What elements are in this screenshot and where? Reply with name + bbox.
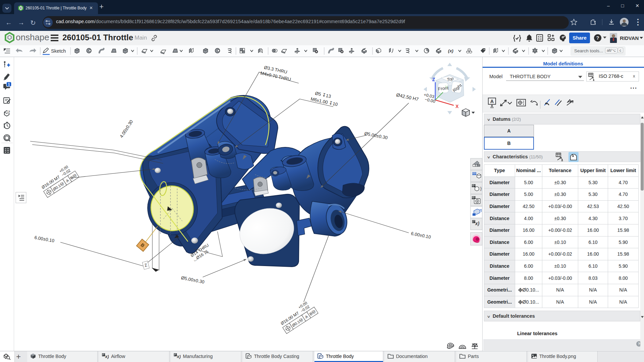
svg-text:?: ? bbox=[596, 35, 599, 41]
svg-text:4.00±0.30: 4.00±0.30 bbox=[119, 119, 134, 139]
svg-text:X: X bbox=[455, 104, 459, 109]
svg-text:x): x) bbox=[177, 354, 181, 359]
svg-text:(x): (x) bbox=[448, 48, 453, 53]
svg-text:?: ? bbox=[638, 342, 640, 346]
svg-text:Z: Z bbox=[432, 77, 435, 82]
svg-text:Ø5.00±0.30: Ø5.00±0.30 bbox=[181, 275, 205, 285]
svg-text:Sketch: Sketch bbox=[51, 48, 66, 54]
svg-text:A: A bbox=[490, 99, 494, 104]
svg-text:6.00±0.10: 6.00±0.10 bbox=[410, 231, 431, 240]
svg-text:6.00±0.10: 6.00±0.10 bbox=[34, 235, 55, 243]
svg-text:−0.00: −0.00 bbox=[424, 97, 436, 104]
svg-text:x): x) bbox=[105, 354, 109, 359]
svg-text:Y: Y bbox=[445, 85, 448, 90]
svg-text:Ø5.00±0.30: Ø5.00±0.30 bbox=[364, 131, 388, 140]
svg-text:}: } bbox=[480, 186, 482, 191]
svg-text:x): x) bbox=[475, 221, 480, 226]
svg-text:1: 1 bbox=[8, 82, 10, 86]
svg-text:M6x1.00 ↧10: M6x1.00 ↧10 bbox=[310, 96, 338, 107]
svg-text:Ø42.50 H7: Ø42.50 H7 bbox=[396, 92, 419, 102]
svg-text:?: ? bbox=[8, 110, 10, 113]
